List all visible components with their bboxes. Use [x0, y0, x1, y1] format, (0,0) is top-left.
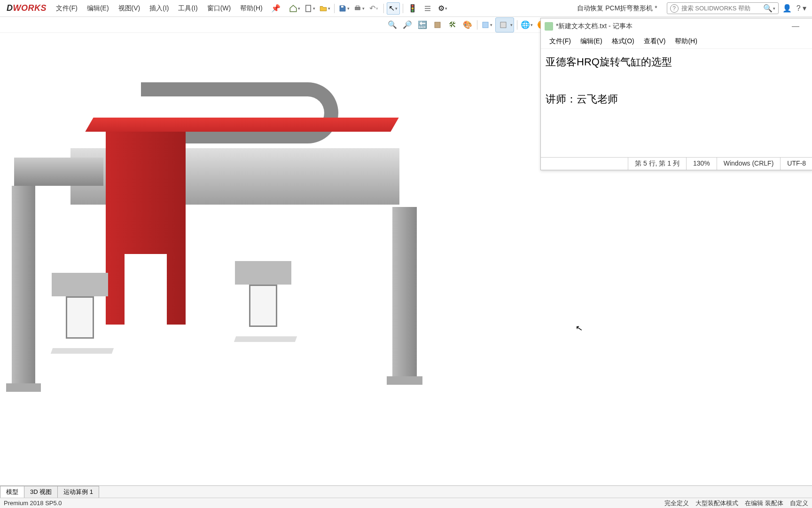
home-icon[interactable]: ▾	[288, 2, 301, 15]
document-title: 自动恢复 PCM折弯整形机 *	[568, 4, 666, 13]
menu-window[interactable]: 窗口(W)	[203, 4, 236, 13]
list-icon[interactable]	[421, 2, 434, 15]
minimize-icon[interactable]: —	[782, 22, 809, 31]
np-pos: 第 5 行, 第 1 列	[628, 158, 686, 170]
display-style-icon[interactable]: ▾	[480, 19, 493, 31]
prev-view-icon[interactable]: 🔙	[416, 19, 429, 31]
help-menu-icon[interactable]: ? ▾	[796, 4, 806, 13]
np-zoom: 130%	[686, 158, 717, 170]
np-line1: 亚德客HRQ旋转气缸的选型	[546, 53, 808, 71]
sb-define: 完全定义	[664, 499, 689, 508]
svg-rect-9	[500, 22, 506, 28]
user-icon[interactable]: 👤	[782, 4, 792, 13]
sb-custom: 自定义	[790, 499, 808, 508]
np-menu-file[interactable]: 文件(F)	[545, 36, 576, 47]
np-menu-help[interactable]: 帮助(H)	[670, 36, 702, 47]
open-icon[interactable]: ▾	[318, 2, 331, 15]
section-icon[interactable]	[431, 19, 444, 31]
select-icon[interactable]: ↖▾	[387, 2, 400, 15]
menu-file[interactable]: 文件(F)	[51, 4, 82, 13]
search-icon[interactable]: 🔍	[763, 4, 773, 13]
sb-editing: 在编辑 装配体	[745, 499, 783, 508]
notepad-window[interactable]: *新建文本文档.txt - 记事本 — 文件(F) 编辑(E) 格式(O) 查看…	[540, 18, 812, 170]
notepad-menubar: 文件(F) 编辑(E) 格式(O) 查看(V) 帮助(H)	[541, 34, 812, 49]
statusbar: Premium 2018 SP5.0 完全定义 大型装配体模式 在编辑 装配体 …	[0, 498, 812, 508]
menu-edit[interactable]: 编辑(E)	[82, 4, 114, 13]
menu-view[interactable]: 视图(V)	[114, 4, 145, 13]
menu-insert[interactable]: 插入(I)	[145, 4, 173, 13]
undo-icon[interactable]: ↶▾	[367, 2, 381, 15]
scene-icon[interactable]: 🌐▾	[520, 19, 533, 31]
app-logo: DWORKS	[2, 3, 51, 13]
main-menubar: DWORKS 文件(F) 编辑(E) 视图(V) 插入(I) 工具(I) 窗口(…	[0, 0, 812, 17]
sb-mode: 大型装配体模式	[695, 499, 738, 508]
tools-view-icon[interactable]: 🛠	[446, 19, 459, 31]
notepad-titlebar[interactable]: *新建文本文档.txt - 记事本 —	[541, 18, 812, 34]
notepad-textarea[interactable]: 亚德客HRQ旋转气缸的选型 讲师：云飞老师	[541, 49, 812, 157]
search-box[interactable]: ? 🔍 ▾	[667, 2, 779, 14]
tab-motion[interactable]: 运动算例 1	[57, 486, 99, 498]
model-assembly	[0, 75, 442, 442]
shaded-edges-icon[interactable]	[497, 19, 510, 31]
notepad-statusbar: 第 5 行, 第 1 列 130% Windows (CRLF) UTF-8	[541, 157, 812, 170]
save-icon[interactable]: ▾	[337, 2, 351, 15]
menu-tools[interactable]: 工具(I)	[173, 4, 202, 13]
pin-icon[interactable]: 📌	[267, 4, 284, 13]
np-eol: Windows (CRLF)	[717, 158, 781, 170]
np-menu-view[interactable]: 查看(V)	[639, 36, 671, 47]
tab-3dview[interactable]: 3D 视图	[24, 486, 58, 498]
svg-rect-8	[483, 22, 488, 28]
svg-rect-1	[341, 6, 344, 8]
new-icon[interactable]: ▾	[303, 2, 316, 15]
render-mode-group: ▾	[495, 17, 514, 32]
svg-rect-0	[305, 5, 311, 12]
titlebar-right: 👤 ? ▾	[782, 4, 810, 13]
np-enc: UTF-8	[780, 158, 812, 170]
help-icon: ?	[670, 4, 679, 13]
sb-version: Premium 2018 SP5.0	[4, 500, 62, 507]
bottom-tabs: 模型 3D 视图 运动算例 1	[0, 485, 812, 498]
main-toolbar: ▾ ▾ ▾ ▾ ▾ ↶▾ ↖▾ 🚦 ⚙▾	[288, 2, 449, 15]
np-menu-format[interactable]: 格式(O)	[607, 36, 639, 47]
notepad-title: *新建文本文档.txt - 记事本	[556, 22, 632, 31]
svg-rect-2	[355, 7, 360, 10]
zoom-area-icon[interactable]: 🔎	[401, 19, 414, 31]
zoom-fit-icon[interactable]: 🔍	[386, 19, 399, 31]
svg-rect-7	[435, 22, 440, 28]
search-input[interactable]	[679, 4, 763, 13]
np-line2: 讲师：云飞老师	[546, 90, 808, 109]
appearance-icon[interactable]: 🎨	[461, 19, 474, 31]
np-menu-edit[interactable]: 编辑(E)	[576, 36, 607, 47]
menu-help[interactable]: 帮助(H)	[235, 4, 267, 13]
traffic-icon[interactable]: 🚦	[406, 2, 419, 15]
svg-rect-3	[356, 6, 359, 7]
print-icon[interactable]: ▾	[352, 2, 366, 15]
notepad-icon	[545, 22, 553, 31]
tab-model[interactable]: 模型	[0, 486, 24, 498]
settings-icon[interactable]: ⚙▾	[436, 2, 449, 15]
